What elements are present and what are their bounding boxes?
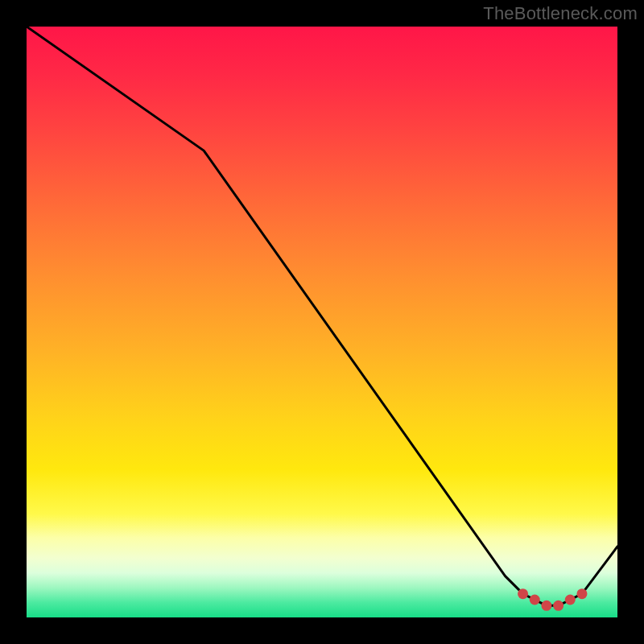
curve-line [27, 27, 617, 605]
plot-area [27, 27, 617, 617]
data-marker [565, 594, 576, 605]
data-marker [518, 588, 528, 599]
data-marker [530, 594, 540, 605]
data-marker [553, 601, 564, 611]
watermark-text: TheBottleneck.com [483, 3, 638, 24]
curve-markers [518, 588, 587, 611]
data-marker [541, 601, 551, 611]
chart-frame: TheBottleneck.com [0, 0, 644, 644]
line-overlay [27, 27, 617, 617]
data-marker [576, 588, 587, 599]
